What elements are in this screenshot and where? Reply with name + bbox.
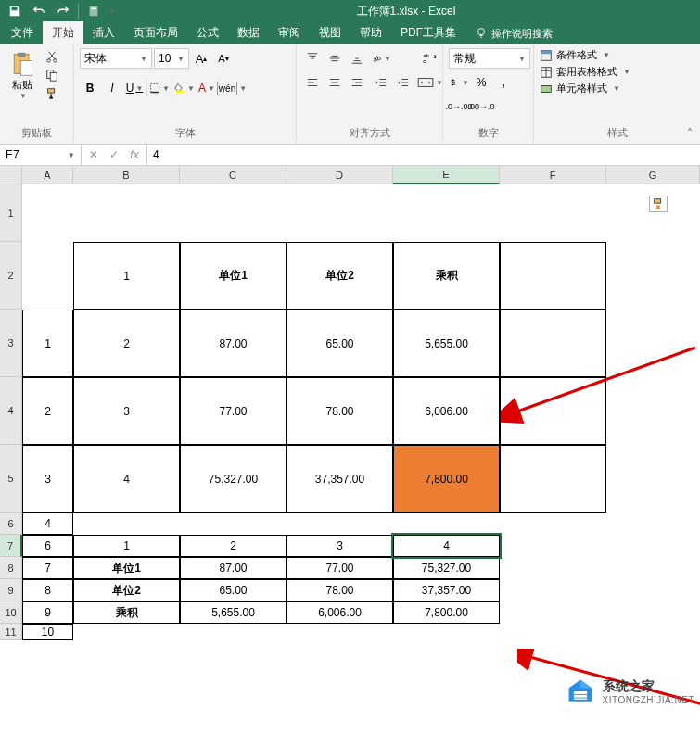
cell-D10[interactable]: 6,006.00 [286, 601, 393, 624]
cell-B3[interactable]: 2 [73, 310, 180, 377]
cell-C3[interactable]: 87.00 [180, 310, 286, 377]
cell-D4[interactable]: 78.00 [286, 377, 393, 445]
row-header-9[interactable]: 9 [0, 579, 22, 601]
cell-F4[interactable] [500, 377, 606, 445]
col-header-D[interactable]: D [286, 166, 393, 184]
collapse-ribbon-button[interactable]: ˄ [681, 125, 698, 142]
cell-A4[interactable]: 2 [22, 377, 73, 445]
tell-me-search[interactable]: 操作说明搜索 [465, 22, 562, 44]
increase-indent-button[interactable] [393, 72, 414, 93]
paste-button[interactable]: 粘贴 ▼ [6, 48, 39, 102]
save-button[interactable] [4, 2, 26, 20]
cell-A9[interactable]: 8 [22, 579, 73, 601]
col-header-F[interactable]: F [500, 166, 606, 184]
confirm-formula-button[interactable]: ✓ [106, 148, 122, 161]
cell-E7[interactable]: 4 [393, 535, 500, 557]
decrease-decimal-button[interactable]: .00→.0 [471, 96, 491, 117]
name-box-input[interactable] [6, 148, 57, 161]
cell-F2[interactable] [500, 242, 606, 310]
touch-mode-button[interactable] [83, 2, 105, 20]
cancel-formula-button[interactable]: ✕ [85, 148, 102, 161]
font-color-button[interactable]: A▼ [197, 78, 217, 98]
align-middle-button[interactable] [325, 48, 345, 69]
underline-button[interactable]: U▼ [124, 78, 145, 98]
cell-D2[interactable]: 单位2 [286, 242, 393, 310]
tab-formulas[interactable]: 公式 [187, 21, 228, 44]
phonetic-button[interactable]: wén▼ [222, 78, 242, 98]
orientation-button[interactable]: ab▼ [371, 48, 391, 69]
tab-data[interactable]: 数据 [228, 21, 269, 44]
cell-B8[interactable]: 单位1 [73, 557, 180, 579]
row-header-8[interactable]: 8 [0, 557, 22, 579]
insert-function-button[interactable]: fx [126, 148, 143, 161]
tab-insert[interactable]: 插入 [83, 21, 124, 44]
tab-page-layout[interactable]: 页面布局 [124, 21, 187, 44]
cell-F3[interactable] [500, 310, 606, 377]
tab-help[interactable]: 帮助 [350, 21, 391, 44]
merge-button[interactable]: ▼ [417, 72, 443, 93]
col-header-A[interactable]: A [22, 166, 73, 184]
fill-color-button[interactable]: ▼ [174, 78, 195, 98]
undo-button[interactable] [28, 2, 50, 20]
cell-B4[interactable]: 3 [73, 377, 180, 445]
cell-E10[interactable]: 7,800.00 [393, 601, 500, 624]
cell-style-button[interactable]: 单元格样式 ▼ [540, 82, 620, 95]
cell-D8[interactable]: 77.00 [286, 557, 393, 579]
tab-home[interactable]: 开始 [43, 21, 83, 44]
redo-button[interactable] [52, 2, 74, 20]
row-header-4[interactable]: 4 [0, 377, 22, 445]
row-header-11[interactable]: 11 [0, 624, 22, 640]
conditional-format-button[interactable]: 条件格式 ▼ [540, 48, 610, 62]
row-header-7[interactable]: 7 [0, 535, 22, 557]
cell-C10[interactable]: 5,655.00 [180, 601, 286, 624]
cell-B7[interactable]: 1 [73, 535, 180, 557]
cell-E5[interactable]: 7,800.00 [393, 445, 500, 513]
align-left-button[interactable] [302, 72, 323, 93]
cell-B5[interactable]: 4 [73, 445, 180, 513]
row-header-2[interactable]: 2 [0, 242, 22, 310]
align-top-button[interactable] [302, 48, 323, 69]
format-painter-button[interactable] [43, 85, 61, 102]
cell-B2[interactable]: 1 [73, 242, 180, 310]
font-size-select[interactable]: 10▼ [154, 48, 189, 69]
col-header-C[interactable]: C [180, 166, 286, 184]
row-header-5[interactable]: 5 [0, 445, 22, 513]
cell-A10[interactable]: 9 [22, 601, 73, 624]
align-right-button[interactable] [347, 72, 367, 93]
cell-D9[interactable]: 78.00 [286, 579, 393, 601]
formula-input[interactable] [147, 148, 700, 161]
cut-button[interactable] [43, 48, 61, 65]
increase-font-button[interactable]: A▴ [191, 48, 211, 69]
copy-button[interactable] [43, 67, 61, 83]
cell-C2[interactable]: 单位1 [180, 242, 286, 310]
qat-dropdown-icon[interactable]: ▼ [108, 7, 116, 16]
cell-E3[interactable]: 5,655.00 [393, 310, 500, 377]
border-button[interactable]: ▼ [149, 78, 170, 98]
col-header-G[interactable]: G [606, 166, 700, 184]
decrease-indent-button[interactable] [371, 72, 391, 93]
percent-button[interactable]: % [471, 72, 491, 93]
name-box-dropdown-icon[interactable]: ▼ [68, 151, 75, 159]
wrap-text-button[interactable]: abc [417, 48, 443, 69]
cell-E8[interactable]: 75,327.00 [393, 557, 500, 579]
align-center-button[interactable] [325, 72, 345, 93]
table-format-button[interactable]: 套用表格格式 ▼ [540, 65, 630, 79]
decrease-font-button[interactable]: A▾ [213, 48, 234, 69]
cell-D5[interactable]: 37,357.00 [286, 445, 393, 513]
cell-E2[interactable]: 乘积 [393, 242, 500, 310]
cell-C8[interactable]: 87.00 [180, 557, 286, 579]
tab-pdf[interactable]: PDF工具集 [391, 21, 465, 44]
cell-B9[interactable]: 单位2 [73, 579, 180, 601]
cell-A5[interactable]: 3 [22, 445, 73, 513]
cell-C9[interactable]: 65.00 [180, 579, 286, 601]
cell-A7[interactable]: 6 [22, 535, 73, 557]
cell-D7[interactable]: 3 [286, 535, 393, 557]
font-name-select[interactable]: 宋体▼ [80, 48, 152, 69]
cell-A6[interactable]: 4 [22, 513, 73, 535]
cell-C5[interactable]: 75,327.00 [180, 445, 286, 513]
cell-A8[interactable]: 7 [22, 557, 73, 579]
cell-D3[interactable]: 65.00 [286, 310, 393, 377]
cell-A11[interactable]: 10 [22, 624, 73, 640]
italic-button[interactable]: I [102, 78, 122, 98]
cell-A3[interactable]: 1 [22, 310, 73, 377]
